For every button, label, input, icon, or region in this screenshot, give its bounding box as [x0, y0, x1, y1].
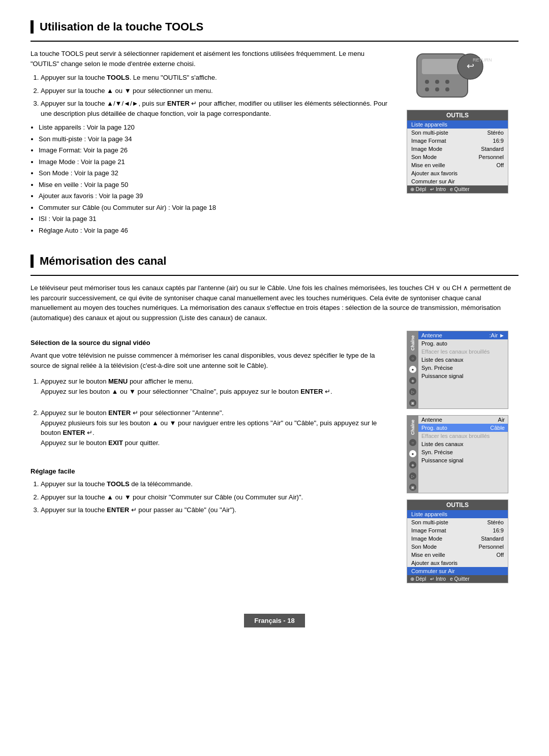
ch-item2-4: Liste des canaux: [418, 440, 508, 448]
section1-left: La touche TOOLS peut servir à sélectionn…: [30, 49, 394, 239]
ch-item1-1-val: :Air ►: [490, 332, 505, 338]
svg-text:RETURN: RETURN: [473, 57, 492, 62]
outils-item-7: Ajouter aux favoris: [407, 169, 508, 177]
outils-val-6: Off: [497, 162, 504, 168]
outils2-val-2: Stéréo: [487, 519, 504, 525]
ch2-icon2: ●: [409, 450, 416, 457]
outils2-val-6: Off: [497, 552, 504, 558]
ch-item2-3: Effacer les canaux brouillés: [418, 432, 508, 440]
outils-footer1: ⊕ Dépl ↵ Intro e Quitter: [407, 185, 508, 193]
ch-item2-4-label: Liste des canaux: [421, 441, 464, 447]
ch-item2-6-label: Puissance signal: [421, 457, 464, 463]
channel-label-vert2: Chaîne: [410, 420, 415, 435]
ch-item1-4-label: Liste des canaux: [421, 357, 464, 363]
ch-item1-5: Syn. Précise: [418, 364, 508, 372]
step1: Appuyer sur la touche TOOLS. Le menu "OU…: [41, 73, 394, 83]
section2-title: Mémorisation des canal: [30, 255, 518, 268]
step2: Appuyer sur la touche ▲ ou ▼ pour sélect…: [41, 86, 394, 96]
channel-label-vert1: Chaîne: [410, 335, 415, 351]
outils2-val-4: Standard: [481, 536, 504, 542]
section1-bullets: Liste appareils : Voir la page 120 Son m…: [39, 122, 394, 235]
section1-right: ↩ RETURN OUTILS Liste appareils: [407, 49, 518, 239]
outils-label-1: Liste appareils: [411, 121, 447, 128]
channel-sidebar1: Chaîne ○ ● ◈ ▷ ▣: [407, 331, 418, 408]
bullet1: Liste appareils : Voir la page 120: [39, 122, 394, 133]
outils2-item-3: Image Format 16:9: [407, 526, 508, 534]
outils2-item-7: Ajouter aux favoris: [407, 559, 508, 567]
sub2-step1: Appuyer sur la touche TOOLS de la téléco…: [41, 479, 394, 489]
section2-lower: Sélection de la source du signal vidéo A…: [30, 331, 518, 583]
ch-item2-5-label: Syn. Précise: [421, 449, 453, 455]
outils-val-2: Stéréo: [487, 130, 504, 136]
ch-item1-2-label: Prog. auto: [421, 340, 447, 346]
sub2-step3: Appuyer sur la touche ENTER ↵ pour passe…: [41, 505, 394, 515]
ch-item2-2-val: Câble: [490, 425, 505, 431]
outils-title1: OUTILS: [407, 110, 508, 120]
outils-label-8: Commuter sur Air: [411, 178, 455, 184]
remote-illustration: ↩ RETURN: [407, 49, 508, 105]
ch-item1-1: Antenne :Air ►: [418, 331, 508, 339]
svg-point-7: [445, 80, 449, 84]
ch2-icon4: ▷: [409, 472, 416, 480]
bullet5: Son Mode : Voir la page 32: [39, 168, 394, 178]
ch-item1-1-label: Antenne: [421, 332, 442, 338]
section2-intro: Le téléviseur peut mémoriser tous les ca…: [30, 283, 518, 323]
outils2-val-5: Personnel: [478, 544, 504, 550]
ch-item1-3: Effacer les canaux brouillés: [418, 348, 508, 356]
outils-item-6: Mise en veille Off: [407, 161, 508, 169]
bullet9: ISI : Voir la page 31: [39, 214, 394, 224]
bullet8: Commuter sur Câble (ou Commuter sur Air)…: [39, 203, 394, 213]
outils2-label-1: Liste appareils: [411, 511, 447, 517]
outils-label-2: Son multi-piste: [411, 130, 448, 136]
outils-item-2: Son multi-piste Stéréo: [407, 129, 508, 137]
section1-title: Utilisation de la touche TOOLS: [30, 20, 518, 34]
outils-footer2: ⊕ Dépl ↵ Intro e Quitter: [407, 575, 508, 583]
bullet7: Ajouter aux favoris : Voir la page 39: [39, 191, 394, 201]
channel-menu2-list: Antenne Air Prog. auto Câble Effacer les…: [418, 416, 508, 493]
svg-point-10: [445, 87, 449, 91]
ch-item2-5: Syn. Précise: [418, 448, 508, 456]
outils2-footer-text2: ↵ Intro: [430, 576, 446, 582]
outils2-item-5: Son Mode Personnel: [407, 543, 508, 551]
outils2-footer-text1: ⊕ Dépl: [410, 576, 426, 582]
ch-icon1: ○: [409, 355, 416, 362]
section2-lower-left: Sélection de la source du signal vidéo A…: [30, 331, 394, 583]
outils2-item-2: Son multi-piste Stéréo: [407, 518, 508, 526]
ch-item1-5-label: Syn. Précise: [421, 365, 453, 371]
outils-item-1: Liste appareils: [407, 120, 508, 129]
ch-icon5: ▣: [409, 399, 416, 406]
ch-icon3: ◈: [409, 377, 416, 384]
section2-lower-right: Chaîne ○ ● ◈ ▷ ▣ Antenne :Air ► Prog.: [407, 331, 518, 583]
bullet6: Mise en veille : Voir la page 50: [39, 180, 394, 190]
outils-label-6: Mise en veille: [411, 162, 445, 168]
outils-item-3: Image Format 16:9: [407, 137, 508, 145]
outils-item-8: Commuter sur Air: [407, 177, 508, 185]
ch-item1-4: Liste des canaux: [418, 356, 508, 364]
outils2-label-6: Mise en veille: [411, 552, 445, 558]
outils2-label-8: Commuter sur Air: [411, 568, 455, 574]
outils2-footer-text3: e Quitter: [450, 576, 469, 582]
section1-steps: Appuyer sur la touche TOOLS. Le menu "OU…: [41, 73, 394, 118]
svg-point-9: [435, 87, 439, 91]
outils2-item-1: Liste appareils: [407, 510, 508, 518]
ch-item2-1: Antenne Air: [418, 416, 508, 424]
outils-item-5: Son Mode Personnel: [407, 153, 508, 161]
ch-item2-2-label: Prog. auto: [421, 425, 447, 431]
outils-item-4: Image Mode Standard: [407, 145, 508, 153]
outils2-label-7: Ajouter aux favoris: [411, 560, 458, 566]
outils-val-4: Standard: [481, 146, 504, 152]
remote-svg: ↩ RETURN: [412, 51, 503, 102]
section2: Mémorisation des canal Le téléviseur peu…: [30, 255, 518, 583]
sub1-heading: Sélection de la source du signal vidéo: [30, 339, 394, 346]
outils-footer-text2: ↵ Intro: [430, 186, 446, 192]
page-footer-container: Français - 18: [30, 598, 518, 627]
sub2-heading: Réglage facile: [30, 467, 394, 475]
ch-icon4: ▷: [409, 388, 416, 395]
section1-content: La touche TOOLS peut servir à sélectionn…: [30, 49, 518, 239]
ch-item2-6: Puissance signal: [418, 456, 508, 464]
svg-point-8: [425, 87, 429, 91]
ch2-icon1: ○: [409, 439, 416, 446]
bullet10: Réglage Auto : Voir la page 46: [39, 226, 394, 236]
ch-item2-3-label: Effacer les canaux brouillés: [421, 433, 490, 439]
channel-menu1: Chaîne ○ ● ◈ ▷ ▣ Antenne :Air ► Prog.: [407, 331, 508, 409]
